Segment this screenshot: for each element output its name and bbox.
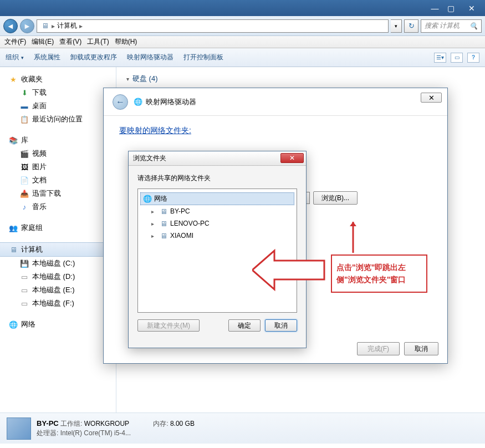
navigation-sidebar: ★收藏夹 ⬇下载 ▬桌面 📋最近访问的位置 📚库 🎬视频 🖼图片 📄文档 📥迅雷… — [0, 67, 116, 413]
expand-icon[interactable]: ▸ — [151, 208, 157, 215]
recent-icon: 📋 — [20, 115, 29, 124]
help-button[interactable]: ? — [467, 53, 479, 63]
menu-file[interactable]: 文件(F) — [4, 37, 26, 47]
new-folder-button: 新建文件夹(M) — [137, 319, 200, 332]
sidebar-item-downloads[interactable]: ⬇下载 — [0, 86, 116, 99]
sidebar-homegroup[interactable]: 👥家庭组 — [0, 221, 116, 235]
browse-button[interactable]: 浏览(B)... — [313, 191, 358, 205]
disk-icon: ▭ — [20, 286, 29, 294]
minimize-button[interactable]: — — [427, 3, 443, 14]
sidebar-item-disk-f[interactable]: ▭本地磁盘 (F:) — [0, 297, 116, 310]
menu-bar: 文件(F) 编辑(E) 查看(V) 工具(T) 帮助(H) — [0, 36, 485, 48]
address-field[interactable]: 🖥 ▸ 计算机 ▸ — [37, 19, 389, 33]
search-icon: 🔍 — [469, 22, 478, 30]
section-header-harddisks[interactable]: ▾ 硬盘 (4) — [126, 74, 475, 84]
breadcrumb-sep: ▸ — [52, 22, 55, 30]
download-icon: ⬇ — [20, 88, 29, 97]
computer-icon: 🖥 — [159, 231, 168, 240]
breadcrumb-sep: ▸ — [79, 22, 83, 30]
details-cpu: Intel(R) Core(TM) i5-4... — [60, 429, 131, 437]
browse-dialog-titlebar: 浏览文件夹 ✕ — [129, 151, 306, 166]
sidebar-item-videos[interactable]: 🎬视频 — [0, 147, 116, 160]
browse-dialog-close-button[interactable]: ✕ — [280, 153, 304, 163]
tree-item[interactable]: ▸ 🖥 BY-PC — [140, 205, 294, 217]
annotation-text: 点击"浏览"即跳出左侧"浏览文件夹"窗口 — [331, 254, 427, 293]
sidebar-item-disk-c[interactable]: 💾本地磁盘 (C:) — [0, 257, 116, 270]
menu-view[interactable]: 查看(V) — [59, 37, 81, 47]
sidebar-favorites[interactable]: ★收藏夹 — [0, 73, 116, 86]
expand-icon[interactable]: ▸ — [151, 233, 157, 239]
xunlei-icon: 📥 — [20, 189, 29, 198]
nav-forward-button[interactable]: ► — [20, 19, 34, 33]
map-network-drive-button[interactable]: 映射网络驱动器 — [127, 53, 173, 62]
sidebar-item-disk-d[interactable]: ▭本地磁盘 (D:) — [0, 270, 116, 283]
window-titlebar: — ▢ ✕ — [0, 0, 485, 16]
network-icon: 🌐 — [143, 195, 152, 203]
menu-edit[interactable]: 编辑(E) — [32, 37, 54, 47]
svg-marker-0 — [252, 251, 324, 289]
sidebar-item-disk-e[interactable]: ▭本地磁盘 (E:) — [0, 283, 116, 297]
dialog-back-button[interactable]: ← — [113, 94, 128, 110]
refresh-button[interactable]: ↻ — [404, 19, 418, 33]
details-workgroup: WORKGROUP — [84, 420, 129, 427]
search-input[interactable]: 搜索 计算机 🔍 — [421, 19, 482, 33]
disk-icon: 💾 — [20, 259, 29, 268]
sidebar-network[interactable]: 🌐网络 — [0, 318, 116, 331]
sidebar-computer[interactable]: 🖥计算机 — [0, 242, 116, 257]
computer-icon: 🖥 — [9, 245, 18, 254]
breadcrumb-computer[interactable]: 计算机 — [57, 21, 77, 30]
details-name: BY-PC — [37, 419, 59, 427]
tree-item-label: XIAOMI — [170, 232, 193, 240]
details-cpu-label: 处理器: — [37, 429, 58, 437]
uninstall-programs-button[interactable]: 卸载或更改程序 — [70, 53, 117, 62]
tree-item-label: BY-PC — [170, 207, 190, 215]
menu-tools[interactable]: 工具(T) — [87, 37, 109, 47]
ok-button[interactable]: 确定 — [228, 319, 261, 332]
menu-help[interactable]: 帮助(H) — [115, 37, 137, 47]
network-icon: 🌐 — [9, 320, 18, 329]
annotation-arrow — [252, 245, 330, 295]
browse-dialog-message: 请选择共享的网络文件夹 — [129, 166, 306, 189]
dialog-heading-link: 要映射的网络文件夹: — [119, 126, 432, 136]
close-button[interactable]: ✕ — [459, 3, 484, 14]
sidebar-item-recent[interactable]: 📋最近访问的位置 — [0, 113, 116, 126]
tree-root-network[interactable]: 🌐 网络 — [140, 192, 294, 205]
toolbar: 组织▾ 系统属性 卸载或更改程序 映射网络驱动器 打开控制面板 ☰▾ ▭ ? — [0, 48, 485, 67]
tree-item[interactable]: ▸ 🖥 XIAOMI — [140, 230, 294, 242]
details-memory-label: 内存: — [153, 420, 168, 427]
sidebar-item-desktop[interactable]: ▬桌面 — [0, 99, 116, 113]
organize-button[interactable]: 组织▾ — [6, 53, 24, 62]
computer-icon: 🖥 — [159, 207, 168, 216]
computer-thumbnail — [7, 418, 31, 440]
control-panel-button[interactable]: 打开控制面板 — [183, 53, 223, 62]
sidebar-libraries[interactable]: 📚库 — [0, 134, 116, 147]
view-options-button[interactable]: ☰▾ — [434, 53, 446, 63]
address-dropdown-button[interactable]: ▾ — [391, 19, 402, 33]
sidebar-item-music[interactable]: ♪音乐 — [0, 200, 116, 213]
dialog-close-button[interactable]: ✕ — [421, 93, 442, 103]
preview-pane-button[interactable]: ▭ — [451, 53, 463, 63]
annotation-line — [342, 222, 364, 253]
video-icon: 🎬 — [20, 149, 29, 158]
search-placeholder: 搜索 计算机 — [425, 21, 460, 30]
tree-item-label: LENOVO-PC — [170, 220, 210, 227]
computer-icon: 🖥 — [40, 22, 49, 30]
details-memory: 8.00 GB — [170, 420, 195, 427]
expand-icon[interactable]: ▸ — [151, 221, 157, 227]
sidebar-item-xunlei[interactable]: 📥迅雷下载 — [0, 187, 116, 200]
network-drive-icon: 🌐 — [134, 98, 142, 106]
nav-back-button[interactable]: ◄ — [3, 19, 18, 33]
cancel-button[interactable]: 取消 — [265, 319, 297, 332]
cancel-button[interactable]: 取消 — [404, 342, 438, 355]
address-bar: ◄ ► 🖥 ▸ 计算机 ▸ ▾ ↻ 搜索 计算机 🔍 — [0, 16, 485, 36]
music-icon: ♪ — [20, 202, 29, 211]
browse-dialog-title: 浏览文件夹 — [133, 154, 166, 163]
homegroup-icon: 👥 — [9, 223, 18, 232]
sidebar-item-documents[interactable]: 📄文档 — [0, 174, 116, 187]
details-workgroup-label: 工作组: — [60, 420, 82, 427]
maximize-button[interactable]: ▢ — [443, 3, 459, 14]
picture-icon: 🖼 — [20, 162, 29, 171]
sidebar-item-pictures[interactable]: 🖼图片 — [0, 160, 116, 174]
system-properties-button[interactable]: 系统属性 — [34, 53, 60, 62]
tree-item[interactable]: ▸ 🖥 LENOVO-PC — [140, 217, 294, 230]
